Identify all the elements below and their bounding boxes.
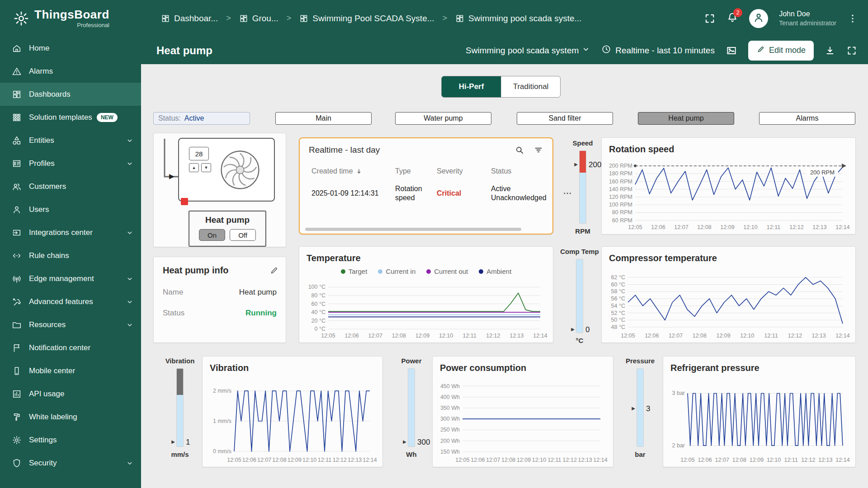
svg-text:12:14: 12:14 — [835, 457, 849, 463]
gauge-unit: mm/s — [171, 450, 189, 458]
timewindow-button[interactable]: Realtime - last 10 minutes — [601, 44, 715, 56]
off-button[interactable]: Off — [230, 229, 256, 241]
chevron-down-icon — [126, 160, 134, 168]
gauge-segment — [580, 151, 586, 173]
sidebar-item-label: Alarms — [29, 67, 53, 76]
gauge-label: Power — [401, 357, 421, 365]
filter-button[interactable] — [533, 145, 543, 155]
svg-text:62 °C: 62 °C — [611, 274, 625, 281]
fullscreen-button[interactable] — [846, 45, 857, 56]
sidebar-item-integrations-center[interactable]: Integrations center — [0, 221, 141, 244]
info-value: Heat pump — [239, 288, 277, 297]
edit-button[interactable] — [269, 266, 278, 275]
column-header-type[interactable]: Type — [395, 163, 437, 180]
decrease-button[interactable]: ▼ — [201, 163, 211, 172]
sidebar-item-resources[interactable]: Resources — [0, 313, 141, 336]
breadcrumb-item[interactable]: Swimming pool scada syste... — [455, 14, 581, 23]
gauge-value: 200 — [589, 160, 601, 169]
vibration-gauge: Vibration ▶ 1 mm/s — [161, 357, 199, 458]
breadcrumb-label: Grou... — [252, 14, 278, 23]
sidebar-item-settings[interactable]: Settings — [0, 428, 141, 451]
sidebar-item-solution-templates[interactable]: Solution templatesNEW — [0, 106, 141, 129]
svg-text:40 °C: 40 °C — [311, 309, 326, 315]
sidebar-item-label: Home — [29, 44, 49, 53]
search-icon — [514, 145, 524, 155]
legend-item-ambient[interactable]: Ambient — [479, 267, 511, 275]
sidebar-item-edge-management[interactable]: Edge management — [0, 267, 141, 290]
state-button-water-pump[interactable]: Water pump — [395, 112, 491, 125]
setpoint-display[interactable]: 28 — [189, 147, 209, 160]
svg-text:12:11: 12:11 — [462, 333, 476, 339]
column-header-status[interactable]: Status — [491, 163, 562, 180]
state-button-sand-filter[interactable]: Sand filter — [517, 112, 613, 125]
download-button[interactable] — [825, 45, 835, 56]
horizontal-scrollbar[interactable] — [305, 228, 521, 231]
mobile-center-icon — [12, 366, 22, 376]
svg-text:12:13: 12:13 — [348, 457, 362, 463]
on-button[interactable]: On — [199, 229, 225, 241]
sidebar-item-advanced-features[interactable]: Advanced features — [0, 290, 141, 313]
svg-text:12:07: 12:07 — [368, 333, 382, 339]
gauge-label: Vibration — [165, 357, 195, 365]
sidebar-item-customers[interactable]: Customers — [0, 175, 141, 198]
sidebar-item-white-labeling[interactable]: White labeling — [0, 405, 141, 428]
column-header-severity[interactable]: Severity — [437, 163, 491, 180]
edit-mode-button[interactable]: Edit mode — [748, 41, 814, 61]
sidebar-item-label: Edge management — [29, 274, 94, 283]
info-row-status: Status Running — [154, 303, 286, 324]
fullscreen-button[interactable] — [704, 13, 716, 24]
gauge-bar — [176, 368, 184, 447]
sidebar-item-mobile-center[interactable]: Mobile center — [0, 359, 141, 382]
state-button-alarms[interactable]: Alarms — [759, 112, 855, 125]
view-toggle-traditional[interactable]: Traditional — [501, 76, 560, 97]
sidebar-item-home[interactable]: Home — [0, 37, 141, 60]
sidebar-item-security[interactable]: Security — [0, 451, 141, 474]
breadcrumb-item[interactable]: Swimming Pool SCADA Syste... — [299, 14, 434, 23]
svg-text:12:11: 12:11 — [784, 457, 797, 463]
legend-item-current-out[interactable]: Current out — [426, 267, 468, 275]
sidebar-item-alarms[interactable]: Alarms — [0, 60, 141, 83]
dashboard-state-select[interactable]: Swimming pool scada system — [466, 45, 590, 56]
svg-text:12:14: 12:14 — [593, 457, 607, 463]
breadcrumb-label: Swimming Pool SCADA Syste... — [312, 14, 434, 23]
sidebar-item-label: Resources — [29, 320, 66, 329]
gauge-marker-arrow: ▶ — [171, 439, 175, 444]
image-icon — [726, 45, 737, 56]
legend-dot — [426, 269, 431, 274]
sidebar-item-api-usage[interactable]: API usage — [0, 382, 141, 405]
increase-button[interactable]: ▲ — [189, 163, 199, 172]
view-mode-toggle: Hi-PerfTraditional — [441, 76, 561, 98]
svg-text:12:05: 12:05 — [227, 457, 241, 463]
table-row[interactable]: 2025-01-09 12:14:31Rotation speedCritica… — [303, 180, 549, 207]
svg-text:2 mm/s: 2 mm/s — [213, 388, 231, 394]
image-button[interactable] — [726, 45, 737, 56]
sidebar-item-dashboards[interactable]: Dashboards — [0, 83, 141, 106]
sidebar-item-users[interactable]: Users — [0, 198, 141, 221]
breadcrumb-item[interactable]: Dashboar... — [161, 14, 218, 23]
column-header-created-time[interactable]: Created time — [311, 163, 395, 180]
brand-logo[interactable]: ThingsBoard Professional — [0, 9, 141, 28]
sidebar-item-profiles[interactable]: Profiles — [0, 152, 141, 175]
breadcrumb-item[interactable]: Grou... — [239, 14, 278, 23]
svg-text:12:10: 12:10 — [740, 333, 754, 339]
state-button-heat-pump[interactable]: Heat pump — [638, 112, 734, 125]
more-menu-button[interactable] — [847, 13, 858, 24]
state-button-main[interactable]: Main — [275, 112, 372, 125]
sidebar-item-entities[interactable]: Entities — [0, 129, 141, 152]
svg-text:12:12: 12:12 — [801, 457, 815, 463]
svg-text:60 °C: 60 °C — [611, 282, 625, 288]
avatar[interactable] — [749, 9, 768, 28]
fullscreen-icon — [846, 45, 857, 56]
notifications-button[interactable]: 2 — [726, 12, 738, 25]
svg-text:12:11: 12:11 — [318, 457, 331, 463]
search-button[interactable] — [514, 145, 524, 155]
view-toggle-hi-perf[interactable]: Hi-Perf — [442, 76, 501, 97]
power_consumption-chart-svg: 450 Wh400 Wh350 Wh300 Wh250 Wh200 Wh150 … — [436, 377, 608, 464]
sidebar-item-rule-chains[interactable]: Rule chains — [0, 244, 141, 267]
legend-item-current-in[interactable]: Current in — [378, 267, 415, 275]
svg-text:140 RPM: 140 RPM — [609, 186, 632, 192]
advanced-features-icon — [12, 297, 22, 307]
notification-badge: 2 — [733, 8, 742, 17]
sidebar-item-notification-center[interactable]: Notification center — [0, 336, 141, 359]
legend-item-target[interactable]: Target — [341, 267, 368, 275]
